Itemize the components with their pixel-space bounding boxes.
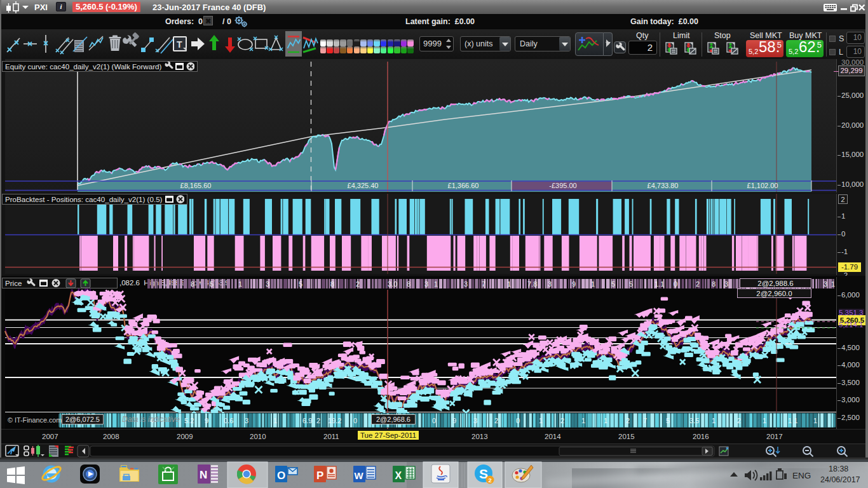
svg-text:5: 5 — [299, 280, 302, 288]
svg-text:3: 3 — [245, 417, 248, 424]
svg-text:0: 0 — [674, 280, 677, 288]
svg-text:2: 2 — [737, 417, 741, 424]
svg-text:5: 5 — [629, 280, 633, 288]
svg-text:3: 3 — [424, 280, 428, 288]
svg-text:3: 3 — [824, 280, 827, 288]
svg-text:X: X — [395, 470, 402, 481]
svg-text:9: 9 — [572, 280, 576, 288]
svg-text:9: 9 — [205, 417, 208, 424]
svg-text:18:38: 18:38 — [829, 464, 848, 473]
svg-text:3: 3 — [473, 417, 477, 424]
svg-text:8: 8 — [191, 280, 194, 288]
svg-text:5: 5 — [210, 280, 214, 288]
svg-text:0: 0 — [432, 417, 436, 424]
svg-text:2: 2 — [494, 417, 498, 424]
svg-text:N: N — [200, 469, 207, 481]
svg-text:6.9: 6.9 — [302, 417, 312, 424]
svg-text:1: 1 — [507, 280, 511, 288]
svg-text:1: 1 — [712, 417, 715, 424]
svg-text:1: 1 — [273, 417, 277, 424]
svg-text:1: 1 — [763, 417, 766, 424]
svg-text:5: 5 — [611, 280, 615, 288]
svg-text:3.0: 3.0 — [388, 280, 397, 288]
svg-text:1 1: 1 1 — [788, 417, 797, 424]
svg-text:T: T — [177, 39, 182, 50]
svg-text:1: 1 — [434, 280, 438, 288]
svg-text:1: 1 — [591, 280, 595, 288]
svg-text:O: O — [277, 470, 285, 482]
svg-text:19.2: 19.2 — [328, 417, 341, 424]
svg-text:1: 1 — [539, 417, 543, 424]
svg-text:1: 1 — [604, 417, 607, 424]
svg-text:0.6: 0.6 — [224, 417, 233, 424]
svg-text:8: 8 — [330, 280, 334, 288]
svg-text:3: 3 — [464, 280, 468, 288]
svg-text:9: 9 — [452, 417, 456, 424]
svg-text:8: 8 — [407, 280, 410, 288]
svg-text:P: P — [316, 470, 323, 482]
svg-text:2: 2 — [560, 417, 564, 424]
svg-text:1: 1 — [831, 280, 835, 288]
svg-text:1: 1 — [813, 417, 817, 424]
svg-text:3.5: 3.5 — [689, 417, 699, 424]
svg-text:ENG: ENG — [792, 471, 811, 480]
svg-text:2: 2 — [626, 417, 630, 424]
svg-text:0: 0 — [516, 417, 520, 424]
svg-text:5.2: 5.2 — [184, 417, 194, 424]
svg-text:1.1: 1.1 — [654, 280, 664, 288]
svg-text:1: 1 — [238, 280, 242, 288]
svg-text:5: 5 — [666, 417, 670, 424]
svg-text:3: 3 — [548, 280, 552, 288]
svg-text:3: 3 — [266, 280, 269, 288]
svg-text:2: 2 — [356, 280, 360, 288]
svg-text:8: 8 — [712, 280, 715, 288]
svg-text:1: 1 — [581, 417, 585, 424]
svg-text:W: W — [355, 470, 364, 481]
svg-text:7: 7 — [482, 280, 485, 288]
svg-text:7: 7 — [643, 417, 647, 424]
svg-text:3: 3 — [724, 280, 728, 288]
svg-text:2: 2 — [489, 477, 492, 484]
svg-text:7.8: 7.8 — [527, 280, 537, 288]
svg-text:0: 0 — [353, 417, 357, 424]
svg-text:24/06/2017: 24/06/2017 — [820, 475, 860, 484]
svg-text:2: 2 — [696, 280, 700, 288]
svg-text:2: 2 — [316, 417, 320, 424]
